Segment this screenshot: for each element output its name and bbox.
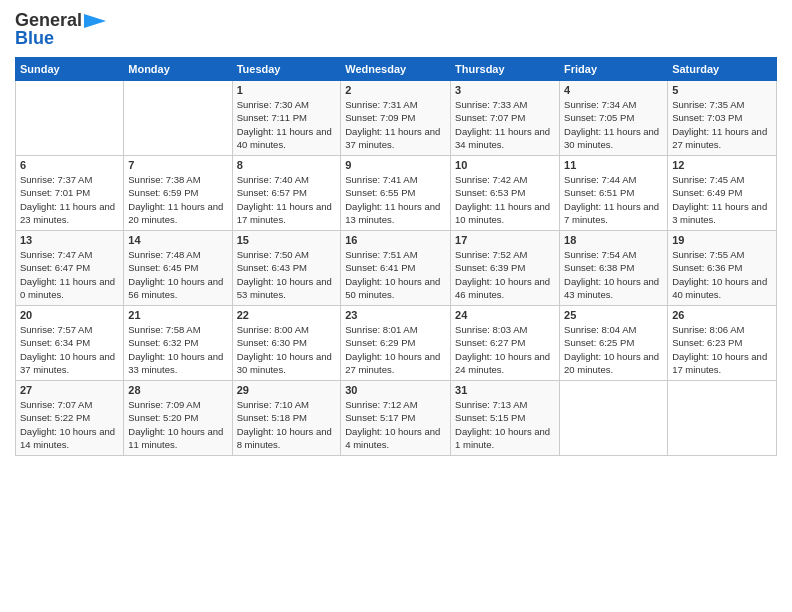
- day-number: 3: [455, 84, 555, 96]
- day-number: 18: [564, 234, 663, 246]
- day-cell: [668, 381, 777, 456]
- day-info: Sunrise: 7:30 AMSunset: 7:11 PMDaylight:…: [237, 98, 337, 151]
- day-info: Sunrise: 7:54 AMSunset: 6:38 PMDaylight:…: [564, 248, 663, 301]
- day-number: 28: [128, 384, 227, 396]
- day-cell: 17Sunrise: 7:52 AMSunset: 6:39 PMDayligh…: [451, 231, 560, 306]
- day-number: 16: [345, 234, 446, 246]
- day-info: Sunrise: 7:57 AMSunset: 6:34 PMDaylight:…: [20, 323, 119, 376]
- day-cell: 7Sunrise: 7:38 AMSunset: 6:59 PMDaylight…: [124, 156, 232, 231]
- day-cell: 16Sunrise: 7:51 AMSunset: 6:41 PMDayligh…: [341, 231, 451, 306]
- day-info: Sunrise: 8:06 AMSunset: 6:23 PMDaylight:…: [672, 323, 772, 376]
- week-row-2: 6Sunrise: 7:37 AMSunset: 7:01 PMDaylight…: [16, 156, 777, 231]
- day-number: 12: [672, 159, 772, 171]
- weekday-header-saturday: Saturday: [668, 58, 777, 81]
- day-cell: 8Sunrise: 7:40 AMSunset: 6:57 PMDaylight…: [232, 156, 341, 231]
- week-row-1: 1Sunrise: 7:30 AMSunset: 7:11 PMDaylight…: [16, 81, 777, 156]
- day-number: 31: [455, 384, 555, 396]
- day-info: Sunrise: 7:51 AMSunset: 6:41 PMDaylight:…: [345, 248, 446, 301]
- day-number: 30: [345, 384, 446, 396]
- svg-marker-0: [84, 14, 106, 28]
- day-cell: 24Sunrise: 8:03 AMSunset: 6:27 PMDayligh…: [451, 306, 560, 381]
- day-number: 22: [237, 309, 337, 321]
- day-cell: 6Sunrise: 7:37 AMSunset: 7:01 PMDaylight…: [16, 156, 124, 231]
- day-info: Sunrise: 7:47 AMSunset: 6:47 PMDaylight:…: [20, 248, 119, 301]
- day-info: Sunrise: 7:09 AMSunset: 5:20 PMDaylight:…: [128, 398, 227, 451]
- day-cell: 13Sunrise: 7:47 AMSunset: 6:47 PMDayligh…: [16, 231, 124, 306]
- day-cell: 21Sunrise: 7:58 AMSunset: 6:32 PMDayligh…: [124, 306, 232, 381]
- day-info: Sunrise: 7:48 AMSunset: 6:45 PMDaylight:…: [128, 248, 227, 301]
- day-info: Sunrise: 8:00 AMSunset: 6:30 PMDaylight:…: [237, 323, 337, 376]
- day-cell: 19Sunrise: 7:55 AMSunset: 6:36 PMDayligh…: [668, 231, 777, 306]
- day-number: 19: [672, 234, 772, 246]
- day-info: Sunrise: 7:07 AMSunset: 5:22 PMDaylight:…: [20, 398, 119, 451]
- day-info: Sunrise: 8:03 AMSunset: 6:27 PMDaylight:…: [455, 323, 555, 376]
- day-cell: 1Sunrise: 7:30 AMSunset: 7:11 PMDaylight…: [232, 81, 341, 156]
- day-info: Sunrise: 7:13 AMSunset: 5:15 PMDaylight:…: [455, 398, 555, 451]
- day-cell: [124, 81, 232, 156]
- day-cell: 20Sunrise: 7:57 AMSunset: 6:34 PMDayligh…: [16, 306, 124, 381]
- day-cell: 3Sunrise: 7:33 AMSunset: 7:07 PMDaylight…: [451, 81, 560, 156]
- day-info: Sunrise: 7:50 AMSunset: 6:43 PMDaylight:…: [237, 248, 337, 301]
- day-info: Sunrise: 7:41 AMSunset: 6:55 PMDaylight:…: [345, 173, 446, 226]
- calendar-table: SundayMondayTuesdayWednesdayThursdayFrid…: [15, 57, 777, 456]
- logo-arrow-icon: [84, 14, 106, 28]
- day-cell: 31Sunrise: 7:13 AMSunset: 5:15 PMDayligh…: [451, 381, 560, 456]
- day-info: Sunrise: 7:58 AMSunset: 6:32 PMDaylight:…: [128, 323, 227, 376]
- day-info: Sunrise: 7:42 AMSunset: 6:53 PMDaylight:…: [455, 173, 555, 226]
- weekday-header-row: SundayMondayTuesdayWednesdayThursdayFrid…: [16, 58, 777, 81]
- day-number: 20: [20, 309, 119, 321]
- day-info: Sunrise: 8:01 AMSunset: 6:29 PMDaylight:…: [345, 323, 446, 376]
- day-cell: 15Sunrise: 7:50 AMSunset: 6:43 PMDayligh…: [232, 231, 341, 306]
- day-cell: 14Sunrise: 7:48 AMSunset: 6:45 PMDayligh…: [124, 231, 232, 306]
- day-info: Sunrise: 7:40 AMSunset: 6:57 PMDaylight:…: [237, 173, 337, 226]
- day-info: Sunrise: 7:33 AMSunset: 7:07 PMDaylight:…: [455, 98, 555, 151]
- day-info: Sunrise: 7:31 AMSunset: 7:09 PMDaylight:…: [345, 98, 446, 151]
- day-cell: 2Sunrise: 7:31 AMSunset: 7:09 PMDaylight…: [341, 81, 451, 156]
- day-info: Sunrise: 7:55 AMSunset: 6:36 PMDaylight:…: [672, 248, 772, 301]
- week-row-5: 27Sunrise: 7:07 AMSunset: 5:22 PMDayligh…: [16, 381, 777, 456]
- logo: General Blue: [15, 10, 106, 49]
- day-cell: 10Sunrise: 7:42 AMSunset: 6:53 PMDayligh…: [451, 156, 560, 231]
- day-info: Sunrise: 7:45 AMSunset: 6:49 PMDaylight:…: [672, 173, 772, 226]
- day-info: Sunrise: 7:35 AMSunset: 7:03 PMDaylight:…: [672, 98, 772, 151]
- day-cell: [16, 81, 124, 156]
- day-number: 23: [345, 309, 446, 321]
- day-number: 8: [237, 159, 337, 171]
- day-number: 27: [20, 384, 119, 396]
- day-info: Sunrise: 7:38 AMSunset: 6:59 PMDaylight:…: [128, 173, 227, 226]
- day-cell: 25Sunrise: 8:04 AMSunset: 6:25 PMDayligh…: [560, 306, 668, 381]
- day-number: 5: [672, 84, 772, 96]
- day-cell: 23Sunrise: 8:01 AMSunset: 6:29 PMDayligh…: [341, 306, 451, 381]
- day-number: 21: [128, 309, 227, 321]
- day-cell: 9Sunrise: 7:41 AMSunset: 6:55 PMDaylight…: [341, 156, 451, 231]
- day-number: 25: [564, 309, 663, 321]
- weekday-header-friday: Friday: [560, 58, 668, 81]
- day-info: Sunrise: 7:37 AMSunset: 7:01 PMDaylight:…: [20, 173, 119, 226]
- header: General Blue: [15, 10, 777, 49]
- day-cell: [560, 381, 668, 456]
- day-cell: 12Sunrise: 7:45 AMSunset: 6:49 PMDayligh…: [668, 156, 777, 231]
- day-info: Sunrise: 7:44 AMSunset: 6:51 PMDaylight:…: [564, 173, 663, 226]
- week-row-4: 20Sunrise: 7:57 AMSunset: 6:34 PMDayligh…: [16, 306, 777, 381]
- day-number: 9: [345, 159, 446, 171]
- day-number: 4: [564, 84, 663, 96]
- day-number: 7: [128, 159, 227, 171]
- day-info: Sunrise: 7:52 AMSunset: 6:39 PMDaylight:…: [455, 248, 555, 301]
- day-cell: 28Sunrise: 7:09 AMSunset: 5:20 PMDayligh…: [124, 381, 232, 456]
- day-number: 2: [345, 84, 446, 96]
- day-info: Sunrise: 7:12 AMSunset: 5:17 PMDaylight:…: [345, 398, 446, 451]
- week-row-3: 13Sunrise: 7:47 AMSunset: 6:47 PMDayligh…: [16, 231, 777, 306]
- calendar-page: General Blue SundayMondayTuesdayWednesda…: [0, 0, 792, 612]
- day-cell: 29Sunrise: 7:10 AMSunset: 5:18 PMDayligh…: [232, 381, 341, 456]
- weekday-header-monday: Monday: [124, 58, 232, 81]
- day-info: Sunrise: 7:34 AMSunset: 7:05 PMDaylight:…: [564, 98, 663, 151]
- day-cell: 18Sunrise: 7:54 AMSunset: 6:38 PMDayligh…: [560, 231, 668, 306]
- day-number: 24: [455, 309, 555, 321]
- day-number: 1: [237, 84, 337, 96]
- day-cell: 27Sunrise: 7:07 AMSunset: 5:22 PMDayligh…: [16, 381, 124, 456]
- day-number: 17: [455, 234, 555, 246]
- day-number: 6: [20, 159, 119, 171]
- day-cell: 5Sunrise: 7:35 AMSunset: 7:03 PMDaylight…: [668, 81, 777, 156]
- logo-blue: Blue: [15, 28, 54, 49]
- day-cell: 30Sunrise: 7:12 AMSunset: 5:17 PMDayligh…: [341, 381, 451, 456]
